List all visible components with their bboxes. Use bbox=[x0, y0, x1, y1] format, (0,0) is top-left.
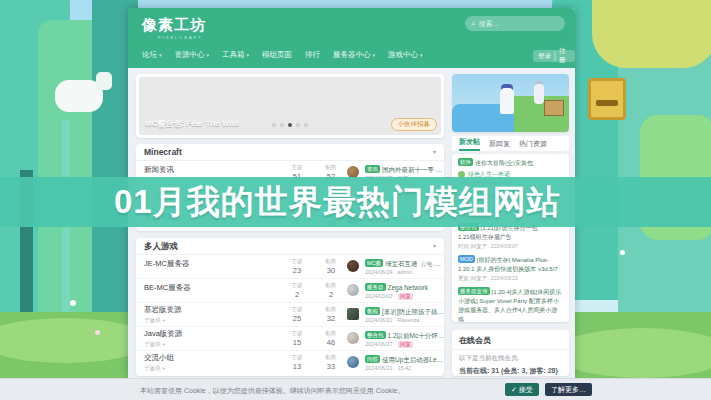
tab-hot-resources[interactable]: 热门资源 bbox=[519, 139, 547, 151]
search-box: ⌕ bbox=[465, 16, 565, 31]
post-title[interactable]: 国内外最新十一季 MC资讯汇总一览 bbox=[382, 166, 445, 173]
forum-row-group[interactable]: 交流小组子版块 + 主题13 帖数33 问答使用Up主启动器LevLure时如何… bbox=[136, 351, 444, 375]
bg-flower-1 bbox=[70, 300, 76, 306]
login-button[interactable]: 登录 bbox=[533, 50, 556, 62]
forum-row-je-server[interactable]: JE-MC服务器 主题23 帖数30 MC服绿宝石互通云电·冒险·经济·粘液… … bbox=[136, 255, 444, 279]
chevron-down-icon: ▾ bbox=[247, 52, 250, 58]
search-input[interactable] bbox=[478, 20, 559, 27]
list-item[interactable]: 服务器宣传[1.20.4]多人游戏[休闲娱乐小游戏] Super Voxel P… bbox=[458, 287, 563, 322]
chevron-down-icon: ▾ bbox=[159, 52, 162, 58]
register-button[interactable]: 注册 bbox=[554, 50, 575, 62]
list-item[interactable]: MOD[很好的生存] Manatta Plus-1.20.1 多人身份快速切换版… bbox=[458, 255, 563, 282]
post-extra: 云电·冒险·经济·粘液… bbox=[421, 261, 445, 267]
chevron-down-icon: ▾ bbox=[373, 52, 376, 58]
nav-item-games[interactable]: 游戏中心▾ bbox=[388, 50, 423, 60]
avatar[interactable] bbox=[347, 332, 359, 344]
avatar[interactable] bbox=[347, 308, 359, 320]
sidebar-banner-card[interactable] bbox=[452, 74, 569, 132]
post-badge: 资讯 bbox=[365, 165, 380, 173]
post-time: 2024/06/27 · bbox=[365, 341, 396, 347]
tab-new-replies[interactable]: 新回复 bbox=[489, 139, 510, 151]
nav-item-toolbox[interactable]: 工具箱▾ bbox=[222, 50, 249, 60]
site-header: 像素工坊 PIXELCRAFT 论坛▾ 资源中心▾ 工具箱▾ 模组页面 排行 服… bbox=[128, 8, 575, 68]
cookie-bar: 本站需要使用 Cookie，以便为您提供最佳体验。继续访问即表示您同意使用 Co… bbox=[0, 378, 711, 400]
post-badge: MOD bbox=[458, 255, 475, 263]
subforum-link[interactable]: 子版块 + bbox=[144, 365, 174, 372]
avatar[interactable] bbox=[347, 356, 359, 368]
online-members-stats: 当前在线: 31 (会员: 3, 游客: 28) bbox=[452, 363, 569, 379]
online-members-title: 在线会员 bbox=[452, 330, 569, 350]
sidebar-tabs: 新发帖 新回复 热门资源 bbox=[452, 136, 569, 151]
post-time: 2024/06/24 · admin bbox=[365, 269, 445, 275]
site-logo-subtitle: PIXELCRAFT bbox=[158, 35, 203, 40]
nav-item-mods[interactable]: 模组页面 bbox=[262, 50, 292, 60]
bg-bee-box-slot bbox=[596, 100, 618, 106]
forum-name[interactable]: 新闻资讯 bbox=[144, 165, 174, 175]
post-badge: 服务器宣传 bbox=[458, 287, 490, 295]
banner-title: 01月我的世界最热门模组网站 bbox=[114, 180, 561, 225]
carousel-dot[interactable] bbox=[296, 123, 300, 127]
forum-row-be-server[interactable]: BE-MC服务器 主题2 帖数2 服务器Zega Network 2024/03… bbox=[136, 279, 444, 303]
subforum-link[interactable]: 子版块 + bbox=[144, 317, 182, 324]
post-meta: 时间·回复于: 2024/03/07 bbox=[458, 243, 563, 250]
carousel-dot[interactable] bbox=[272, 123, 276, 127]
post-time: 2024/06/21 · 15:42 bbox=[365, 365, 445, 371]
post-title[interactable]: 1.2以前Mc十分怀旧合集 bbox=[388, 332, 446, 339]
nav-item-servers[interactable]: 服务器中心▾ bbox=[333, 50, 375, 60]
panel-minecraft-title: Minecraft bbox=[136, 144, 444, 161]
online-members-desc: 以下是当前在线会员. bbox=[452, 350, 569, 363]
nav-item-resources[interactable]: 资源中心▾ bbox=[175, 50, 210, 60]
post-badge: 软件 bbox=[458, 158, 473, 166]
post-title[interactable]: 绿宝石互通 bbox=[385, 260, 418, 267]
cookie-notice-text: 本站需要使用 Cookie，以便为您提供最佳体验。继续访问即表示您同意使用 Co… bbox=[140, 386, 404, 396]
post-title[interactable]: 使用Up主启动器LevLure时如何使用旧启动器 bbox=[382, 356, 445, 363]
bg-bee-box bbox=[588, 78, 626, 120]
avatar[interactable] bbox=[347, 284, 359, 296]
cookie-accept-button[interactable]: ✓ 接受 bbox=[505, 383, 539, 396]
cookie-learn-more-button[interactable]: 了解更多… bbox=[545, 383, 592, 396]
reply-badge: 回复 bbox=[398, 293, 413, 300]
bg-goat-head bbox=[96, 72, 112, 90]
carousel-action-button[interactable]: 小伙伴招募 bbox=[391, 118, 438, 131]
avatar[interactable] bbox=[347, 260, 359, 272]
chevron-down-icon: ▾ bbox=[420, 52, 423, 58]
reply-badge: 回复 bbox=[398, 341, 413, 348]
post-time: 2024/06/22 · Ravenda bbox=[365, 317, 445, 323]
bg-flower-2 bbox=[95, 330, 100, 335]
post-time: 2024/03/03 · bbox=[365, 293, 396, 299]
screen: 像素工坊 PIXELCRAFT 论坛▾ 资源中心▾ 工具箱▾ 模组页面 排行 服… bbox=[0, 0, 711, 400]
post-title[interactable]: Zega Network bbox=[388, 284, 428, 291]
nav-item-forum[interactable]: 论坛▾ bbox=[142, 50, 162, 60]
bg-flower-3 bbox=[620, 250, 625, 255]
sidebar-banner-character-2 bbox=[534, 84, 544, 104]
forum-row-java-res[interactable]: Java版资源子版块 + 主题15 帖数46 整合包1.2以前Mc十分怀旧合集 … bbox=[136, 327, 444, 351]
main-nav: 论坛▾ 资源中心▾ 工具箱▾ 模组页面 排行 服务器中心▾ 游戏中心▾ bbox=[142, 50, 423, 60]
online-members-card: 在线会员 以下是当前在线会员. 当前在线: 31 (会员: 3, 游客: 28) bbox=[452, 330, 569, 376]
chevron-down-icon: ▾ bbox=[207, 52, 210, 58]
search-icon: ⌕ bbox=[471, 20, 475, 28]
panel-multiplayer: 多人游戏 ▾ JE-MC服务器 主题23 帖数30 MC服绿宝石互通云电·冒险·… bbox=[136, 238, 444, 376]
bg-bush-yellow bbox=[592, 0, 711, 68]
tab-new-posts[interactable]: 新发帖 bbox=[459, 137, 480, 151]
site-logo[interactable]: 像素工坊 bbox=[142, 16, 206, 35]
post-meta: 更新·回复于: 2024/03/15 bbox=[458, 275, 563, 282]
post-title[interactable]: [基岩]防止熊孩子搞破坏指南 bbox=[382, 308, 445, 315]
carousel-dot[interactable] bbox=[304, 123, 308, 127]
sidebar-banner-house bbox=[544, 100, 564, 116]
panel-multiplayer-title: 多人游戏 bbox=[136, 238, 444, 255]
post-badge: MC服 bbox=[365, 259, 383, 267]
carousel-card: MC整合包: Fear The Wild 小伙伴招募 bbox=[136, 74, 444, 138]
title-banner-overlay: 01月我的世界最热门模组网站 bbox=[0, 177, 711, 227]
carousel-dot[interactable] bbox=[280, 123, 284, 127]
nav-item-ranking[interactable]: 排行 bbox=[305, 50, 320, 60]
col-topics-label: 主题 bbox=[284, 164, 310, 171]
list-item[interactable]: 整合包[1.21]好玩生存合一包 1.21模组生存服广告 时间·回复于: 202… bbox=[458, 223, 563, 250]
collapse-chevron-icon[interactable]: ▾ bbox=[433, 238, 436, 255]
forum-row-bedrock-res[interactable]: 基岩版资源子版块 + 主题25 帖数32 教程[基岩]防止熊孩子搞破坏指南 20… bbox=[136, 303, 444, 327]
collapse-chevron-icon[interactable]: ▾ bbox=[433, 144, 436, 161]
carousel-dot-active[interactable] bbox=[288, 123, 292, 127]
col-posts-label: 帖数 bbox=[318, 164, 344, 171]
subforum-link[interactable]: 子版块 + bbox=[144, 341, 182, 348]
sidebar-banner-character-1 bbox=[500, 88, 514, 114]
